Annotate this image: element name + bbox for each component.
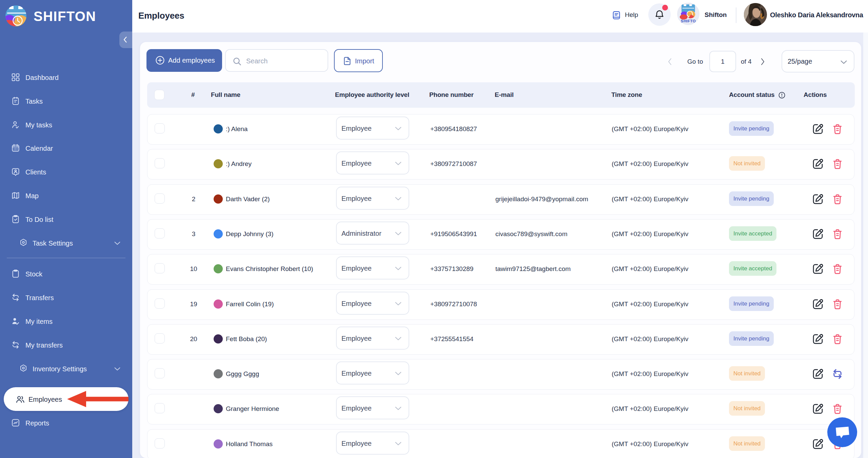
svg-text:SHIFTO: SHIFTO: [681, 19, 696, 23]
